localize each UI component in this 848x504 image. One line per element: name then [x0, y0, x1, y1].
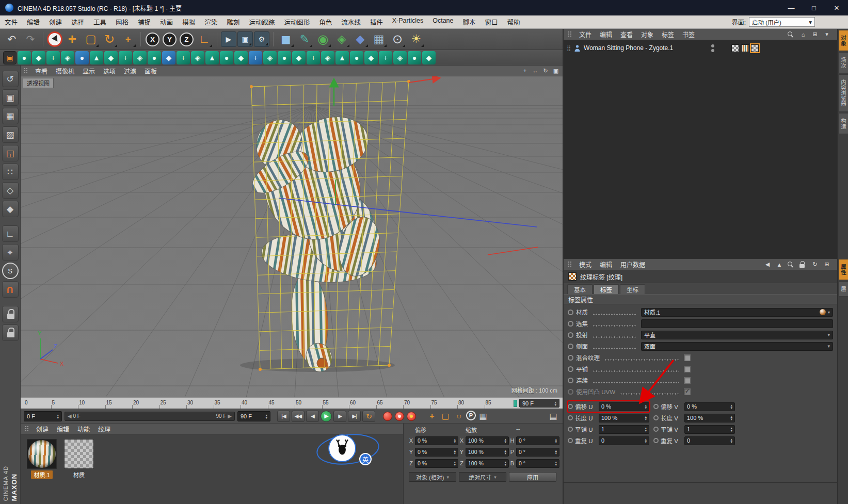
interface-select[interactable]: 启动 (用户)▾ — [749, 17, 815, 27]
menu-item[interactable]: 标签 — [658, 30, 678, 39]
menu-item[interactable]: 动画 — [155, 17, 178, 27]
xparticles-icon-21[interactable]: + — [307, 51, 320, 64]
tab-coordinates[interactable]: 坐标 — [620, 284, 645, 294]
toggle-view-icon[interactable]: ▣ — [552, 67, 560, 75]
menu-item[interactable]: 创建 — [44, 17, 67, 27]
uv-input[interactable]: 0 % — [599, 402, 649, 411]
magnet-icon[interactable]: U — [2, 281, 19, 298]
uv-input[interactable]: 0 — [684, 436, 735, 445]
drag-grip-icon[interactable] — [24, 68, 28, 74]
xparticles-icon-7[interactable]: ◆ — [104, 51, 118, 64]
x-axis-button[interactable]: X — [146, 32, 159, 46]
rotation-header[interactable]: -- — [510, 426, 559, 434]
rotate-tool-icon[interactable]: ↻ — [101, 30, 118, 48]
text-field[interactable]: ▾ — [641, 319, 833, 328]
undo-icon[interactable]: ↶ — [3, 30, 21, 48]
render-picture-viewer-icon[interactable]: ▣ — [237, 31, 253, 47]
content-browser-icon[interactable]: ▣ — [3, 51, 17, 64]
dock-tab-takes[interactable]: 场次 — [838, 52, 848, 73]
animation-dot-icon[interactable] — [653, 415, 659, 420]
menu-item[interactable]: 脚本 — [458, 17, 481, 27]
lock-icon[interactable] — [799, 261, 807, 269]
uv-input[interactable]: 100 % — [599, 414, 649, 422]
material-item[interactable]: 材质.1 — [26, 439, 58, 479]
menu-item[interactable]: 创建 — [32, 425, 53, 433]
menu-item[interactable]: 书签 — [678, 30, 699, 39]
stepper-icon[interactable] — [645, 427, 647, 432]
maximize-button[interactable]: □ — [803, 0, 825, 15]
camera-icon[interactable]: ⊙ — [389, 30, 406, 48]
texture-mode-icon[interactable]: ▦ — [2, 108, 19, 124]
render-view-icon[interactable]: ▶ — [221, 31, 236, 47]
render-settings-icon[interactable]: ⚙ — [254, 31, 269, 47]
deformer-icon[interactable]: ◆ — [351, 30, 369, 48]
record-rotation-icon[interactable]: ○ — [453, 411, 465, 422]
phong-tag-icon[interactable] — [731, 44, 739, 52]
goto-end-button[interactable]: ▶| — [348, 411, 361, 422]
menu-item[interactable]: 编辑 — [53, 425, 73, 433]
animation-dot-icon[interactable] — [568, 427, 573, 432]
scale-header[interactable]: 缩放 — [459, 426, 509, 434]
animation-dot-icon[interactable] — [568, 355, 573, 361]
home-icon[interactable]: ⌂ — [799, 30, 807, 39]
xparticles-icon-11[interactable]: ◆ — [162, 51, 175, 64]
xparticles-icon-17[interactable]: + — [249, 51, 262, 64]
xparticles-icon-18[interactable]: ◈ — [263, 51, 277, 64]
xparticles-icon-24[interactable]: ● — [350, 51, 363, 64]
end-frame-input[interactable]: 90 F — [519, 399, 559, 408]
menu-item[interactable]: 渲染 — [200, 17, 222, 27]
stepper-icon[interactable] — [555, 461, 557, 466]
zoom-view-icon[interactable]: ↔ — [531, 67, 539, 75]
refresh-icon[interactable]: ↻ — [811, 261, 819, 269]
make-editable-icon[interactable]: ↺ — [2, 71, 19, 87]
viewport-scene[interactable]: Y X Z — [21, 76, 563, 397]
timeline-tick[interactable]: 15 — [106, 398, 134, 409]
xparticles-icon-20[interactable]: ◆ — [292, 51, 306, 64]
last-tool-icon[interactable]: + — [119, 30, 137, 48]
goto-start-button[interactable]: |◀ — [277, 411, 290, 422]
object-name[interactable]: Woman Sitting Phone - Zygote.1 — [584, 44, 673, 52]
polygons-mode-icon[interactable]: ◆ — [2, 201, 19, 217]
redo-icon[interactable]: ↷ — [22, 30, 39, 48]
xparticles-icon-27[interactable]: ◈ — [393, 51, 407, 64]
texture-axis-mode-icon[interactable]: ▨ — [2, 126, 19, 143]
menu-item[interactable]: 模式 — [575, 260, 596, 269]
xparticles-icon-12[interactable]: + — [177, 51, 190, 64]
range-end-input[interactable]: 90 F — [237, 411, 270, 421]
generator-icon[interactable]: ◉ — [314, 30, 332, 48]
mograph-icon[interactable]: ◈ — [333, 30, 350, 48]
xparticles-icon-3[interactable]: + — [46, 51, 60, 64]
menu-item[interactable]: 文件 — [575, 30, 596, 39]
timeline-tick[interactable]: 70 — [404, 398, 431, 409]
light-icon[interactable]: ☀ — [407, 30, 425, 48]
stepper-icon[interactable] — [555, 438, 557, 443]
animation-dot-icon[interactable] — [653, 438, 659, 443]
timeline-tick[interactable]: 25 — [161, 398, 188, 409]
menu-item[interactable]: 运动跟踪 — [244, 17, 279, 27]
menu-item[interactable]: 功能 — [73, 425, 94, 433]
record-parameter-icon[interactable]: P — [466, 411, 476, 420]
animation-dot-icon[interactable] — [568, 321, 573, 327]
menu-item[interactable]: 流水线 — [337, 17, 365, 27]
drag-grip-icon[interactable] — [568, 31, 572, 38]
menu-item[interactable]: 选项 — [99, 67, 120, 75]
dock-tab-objects[interactable]: 对象 — [838, 30, 848, 51]
xparticles-icon-14[interactable]: ▲ — [205, 51, 219, 64]
picker-arrow-icon[interactable]: ▾ — [828, 310, 830, 315]
xparticles-icon-15[interactable]: ● — [220, 51, 233, 64]
workplane-icon[interactable]: ∟ — [196, 30, 213, 48]
range-handle[interactable] — [514, 400, 517, 407]
tab-tag[interactable]: 标签 — [594, 284, 619, 294]
record-keyframe-button[interactable] — [383, 412, 392, 421]
menu-item[interactable]: 摄像机 — [52, 67, 78, 75]
xparticles-icon-9[interactable]: ◈ — [133, 51, 147, 64]
prev-key-button[interactable]: ◀◀ — [292, 411, 305, 422]
keyframe-selection-button[interactable] — [407, 412, 416, 421]
timeline-tick[interactable]: 0 — [25, 398, 52, 409]
material-label[interactable]: 材质.1 — [31, 470, 52, 479]
animation-dot-icon[interactable] — [653, 427, 659, 432]
loop-button[interactable]: ↻ — [362, 411, 375, 422]
move-tool-icon[interactable]: + — [63, 30, 81, 48]
menu-item[interactable]: 插件 — [365, 17, 388, 27]
material-thumbnail[interactable] — [64, 439, 94, 469]
